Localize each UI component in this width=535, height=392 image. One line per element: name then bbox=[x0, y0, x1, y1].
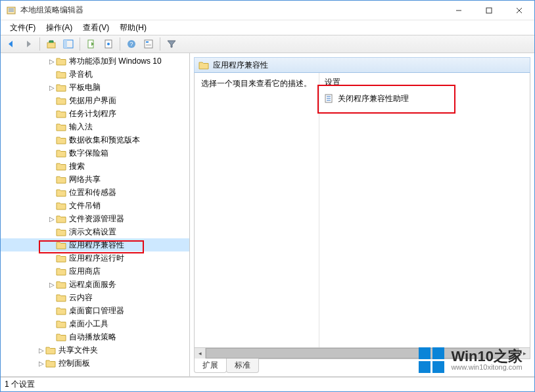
folder-icon bbox=[56, 253, 66, 263]
folder-icon bbox=[56, 122, 66, 131]
tab-extended[interactable]: 扩展 bbox=[194, 359, 227, 373]
tree-item-label: 演示文稿设置 bbox=[69, 227, 116, 238]
tree-item[interactable]: ▷平板电脑 bbox=[1, 81, 189, 94]
titlebar: 本地组策略编辑器 bbox=[1, 1, 534, 20]
folder-icon bbox=[56, 214, 66, 223]
tree-item[interactable]: 位置和传感器 bbox=[1, 186, 189, 199]
maximize-button[interactable] bbox=[474, 1, 504, 20]
expander-icon[interactable]: ▷ bbox=[48, 215, 56, 223]
filter-button[interactable] bbox=[164, 37, 179, 51]
folder-icon bbox=[56, 188, 66, 197]
folder-icon bbox=[56, 135, 66, 144]
tree-item[interactable]: 桌面小工具 bbox=[1, 317, 189, 330]
tree-item-label: 位置和传感器 bbox=[69, 187, 116, 198]
svg-rect-1 bbox=[9, 9, 14, 10]
tree-item[interactable]: ▷共享文件夹 bbox=[1, 343, 189, 357]
tree-item[interactable]: 凭据用户界面 bbox=[1, 94, 189, 107]
toolbar: ? bbox=[1, 35, 534, 53]
tree-item-label: 控制面板 bbox=[58, 358, 90, 369]
settings-column-header[interactable]: 设置 bbox=[325, 77, 524, 88]
details-content: 选择一个项目来查看它的描述。 设置 关闭程序兼容性助理 bbox=[194, 73, 530, 348]
tree-item-label: 共享文件夹 bbox=[58, 345, 98, 356]
tree-item[interactable]: 应用程序兼容性 bbox=[1, 238, 189, 251]
tree-item-label: 数字保险箱 bbox=[69, 148, 108, 159]
expander-icon[interactable]: ▷ bbox=[48, 58, 56, 65]
tree-pane: ▷将功能添加到 Windows 10录音机▷平板电脑凭据用户界面任务计划程序输入… bbox=[1, 53, 190, 376]
tree-item-label: 远程桌面服务 bbox=[69, 279, 116, 290]
content-body: ▷将功能添加到 Windows 10录音机▷平板电脑凭据用户界面任务计划程序输入… bbox=[1, 53, 534, 377]
svg-rect-9 bbox=[64, 40, 67, 48]
status-text: 1 个设置 bbox=[5, 379, 35, 390]
show-hide-tree-button[interactable] bbox=[60, 37, 76, 51]
expander-icon[interactable]: ▷ bbox=[37, 360, 45, 367]
tree-item[interactable]: 演示文稿设置 bbox=[1, 225, 189, 238]
minimize-button[interactable] bbox=[444, 1, 474, 20]
tree-item[interactable]: 应用程序运行时 bbox=[1, 251, 189, 265]
refresh-button[interactable] bbox=[101, 37, 116, 51]
folder-icon bbox=[56, 175, 66, 184]
toolbar-separator bbox=[120, 37, 120, 51]
svg-rect-20 bbox=[327, 96, 331, 97]
up-button[interactable] bbox=[43, 37, 59, 51]
folder-icon bbox=[56, 319, 66, 328]
folder-icon bbox=[56, 109, 66, 118]
folder-icon bbox=[56, 240, 66, 250]
statusbar: 1 个设置 bbox=[1, 377, 534, 391]
tree-item-label: 输入法 bbox=[69, 121, 93, 133]
scroll-left-button[interactable]: ◂ bbox=[195, 348, 206, 359]
menu-view[interactable]: 查看(V) bbox=[78, 20, 114, 35]
back-button[interactable] bbox=[3, 37, 19, 51]
tree-item-label: 任务计划程序 bbox=[69, 108, 116, 120]
tree-item[interactable]: 文件吊销 bbox=[1, 199, 189, 212]
tree-item-label: 凭据用户界面 bbox=[69, 95, 116, 106]
help-button[interactable]: ? bbox=[124, 37, 139, 51]
tree-item[interactable]: 云内容 bbox=[1, 291, 189, 304]
details-header-title: 应用程序兼容性 bbox=[213, 60, 268, 71]
expander-icon[interactable]: ▷ bbox=[37, 347, 45, 354]
forward-button[interactable] bbox=[20, 37, 36, 51]
tree-item[interactable]: 应用商店 bbox=[1, 265, 189, 278]
export-button[interactable] bbox=[83, 37, 99, 51]
folder-icon bbox=[56, 267, 66, 276]
window-controls bbox=[444, 1, 534, 20]
details-pane: 应用程序兼容性 选择一个项目来查看它的描述。 设置 关闭程序兼容性助理 bbox=[190, 53, 534, 376]
expander-icon[interactable]: ▷ bbox=[48, 84, 56, 91]
tree-scroll[interactable]: ▷将功能添加到 Windows 10录音机▷平板电脑凭据用户界面任务计划程序输入… bbox=[1, 53, 189, 376]
tree-item[interactable]: 输入法 bbox=[1, 120, 189, 133]
menu-file[interactable]: 文件(F) bbox=[5, 20, 41, 35]
tree-item[interactable]: 网络共享 bbox=[1, 173, 189, 186]
setting-item-label: 关闭程序兼容性助理 bbox=[338, 93, 409, 104]
menu-help[interactable]: 帮助(H) bbox=[114, 20, 152, 35]
tree-item[interactable]: 自动播放策略 bbox=[1, 330, 189, 343]
tree-item[interactable]: 桌面窗口管理器 bbox=[1, 304, 189, 317]
tree-item[interactable]: ▷文件资源管理器 bbox=[1, 212, 189, 225]
svg-rect-4 bbox=[486, 8, 492, 13]
properties-button[interactable] bbox=[141, 37, 156, 51]
tree-item[interactable]: ▷远程桌面服务 bbox=[1, 278, 189, 291]
folder-icon bbox=[56, 306, 66, 315]
description-hint: 选择一个项目来查看它的描述。 bbox=[201, 78, 312, 89]
setting-item[interactable]: 关闭程序兼容性助理 bbox=[325, 92, 524, 105]
tree-item[interactable]: 数字保险箱 bbox=[1, 146, 189, 160]
description-column: 选择一个项目来查看它的描述。 bbox=[195, 73, 319, 347]
close-button[interactable] bbox=[504, 1, 534, 20]
tree-item[interactable]: 任务计划程序 bbox=[1, 107, 189, 120]
folder-icon bbox=[56, 96, 66, 105]
folder-icon bbox=[45, 359, 56, 368]
tree-item[interactable]: 录音机 bbox=[1, 68, 189, 81]
expander-icon[interactable]: ▷ bbox=[48, 281, 56, 288]
tree-item[interactable]: 数据收集和预览版本 bbox=[1, 133, 189, 146]
tree-item-label: 桌面窗口管理器 bbox=[69, 305, 124, 316]
tree-item-label: 应用程序运行时 bbox=[69, 253, 124, 264]
tree-item[interactable]: ▷控制面板 bbox=[1, 357, 189, 370]
menu-action[interactable]: 操作(A) bbox=[41, 20, 78, 35]
watermark-text: Win10之家 www.win10xitong.com bbox=[451, 349, 523, 372]
tab-standard[interactable]: 标准 bbox=[226, 359, 259, 373]
app-icon bbox=[6, 5, 16, 16]
tree-item[interactable]: 搜索 bbox=[1, 160, 189, 173]
folder-icon bbox=[56, 56, 66, 66]
tree-item-label: 桌面小工具 bbox=[69, 318, 108, 330]
folder-icon bbox=[56, 148, 66, 158]
tree-item[interactable]: ▷将功能添加到 Windows 10 bbox=[1, 54, 189, 68]
window-root: 本地组策略编辑器 文件(F) 操作(A) 查看(V) 帮助(H) ? ▷将功能添… bbox=[0, 0, 535, 392]
